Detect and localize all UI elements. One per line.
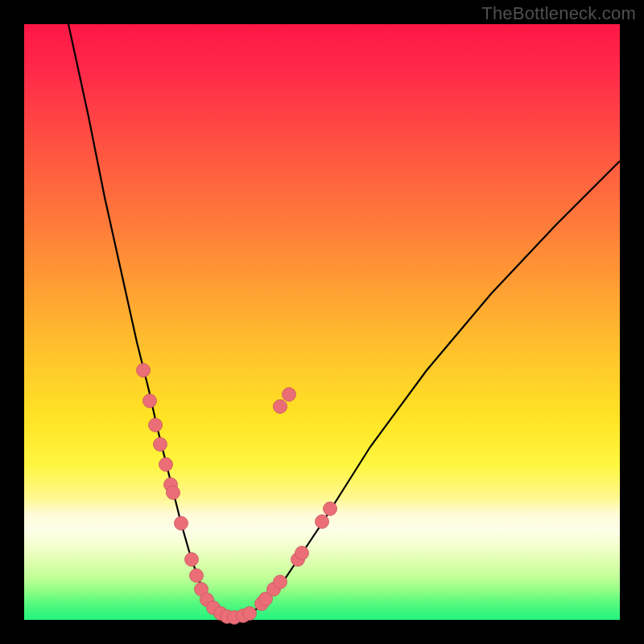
chart-frame: TheBottleneck.com: [0, 0, 644, 644]
curve-marker: [295, 547, 309, 560]
curve-marker: [185, 553, 199, 567]
curve-marker: [190, 569, 204, 583]
watermark-text: TheBottleneck.com: [481, 3, 636, 24]
bottleneck-curve: [68, 24, 620, 617]
curve-marker: [243, 607, 257, 621]
curve-marker: [167, 486, 180, 500]
curve-marker: [175, 517, 188, 530]
curve-marker: [137, 364, 151, 378]
curve-markers: [137, 364, 337, 625]
curve-marker: [143, 394, 157, 408]
chart-svg: [24, 24, 620, 620]
curve-marker: [324, 502, 337, 516]
curve-marker: [154, 438, 167, 452]
curve-marker: [159, 458, 173, 472]
curve-marker: [283, 388, 296, 402]
curve-marker: [274, 400, 287, 414]
curve-marker: [316, 515, 329, 529]
curve-marker: [274, 576, 287, 589]
curve-marker: [149, 419, 163, 432]
plot-area: [24, 24, 620, 620]
